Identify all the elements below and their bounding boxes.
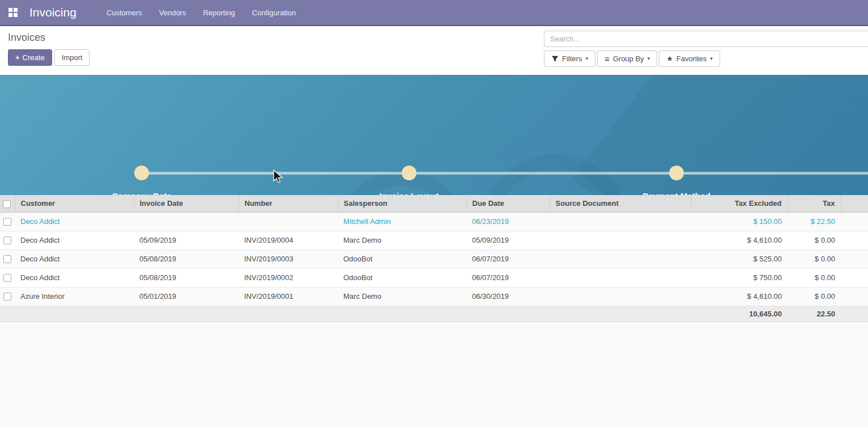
filter-icon: [551, 55, 559, 62]
tax-excluded-total: 10,645.00: [691, 306, 788, 322]
cell-tax[interactable]: $ 0.00: [788, 250, 841, 268]
step-dot: [669, 166, 684, 180]
row-checkbox[interactable]: [3, 293, 11, 301]
step-dot: [402, 166, 416, 180]
table-row[interactable]: Azure Interior05/01/2019INV/2019/0001Mar…: [0, 287, 868, 306]
cell-due-date[interactable]: 06/07/2019: [466, 268, 550, 287]
cell-invoice-date[interactable]: 05/01/2019: [134, 287, 239, 306]
chevron-down-icon: ▾: [648, 54, 650, 63]
cell-number[interactable]: INV/2019/0002: [239, 268, 338, 287]
cell-source-document[interactable]: [550, 231, 691, 250]
cell-number[interactable]: INV/2019/0003: [239, 250, 338, 268]
cell-customer[interactable]: Deco Addict: [15, 212, 134, 231]
table-row[interactable]: Deco AddictMitchell Admin06/23/2019$ 150…: [0, 212, 868, 231]
cell-number[interactable]: [239, 212, 338, 231]
group-by-icon: ≡: [605, 55, 610, 62]
top-navbar: Invoicing Customers Vendors Reporting Co…: [0, 0, 868, 26]
cell-tax-excluded[interactable]: $ 525.00: [691, 250, 788, 268]
step-title: Company Data: [112, 191, 171, 195]
cell-due-date[interactable]: 06/07/2019: [466, 250, 550, 268]
cell-invoice-date[interactable]: 05/08/2019: [134, 268, 239, 287]
table-row[interactable]: Deco Addict05/08/2019INV/2019/0003OdooBo…: [0, 250, 868, 268]
cell-salesperson[interactable]: Mitchell Admin: [338, 212, 466, 231]
apps-grid-icon[interactable]: [5, 4, 22, 21]
row-checkbox[interactable]: [3, 274, 11, 282]
column-header-salesperson[interactable]: Salesperson: [338, 195, 466, 212]
cell-invoice-date[interactable]: 05/08/2019: [134, 250, 239, 268]
step-dot: [134, 166, 149, 180]
cell-due-date[interactable]: 05/09/2019: [466, 231, 550, 250]
cell-customer[interactable]: Deco Addict: [15, 268, 134, 287]
cell-number[interactable]: INV/2019/0001: [239, 287, 338, 306]
cell-source-document[interactable]: [550, 212, 691, 231]
step-title: Payment Method: [643, 191, 710, 195]
cell-tax[interactable]: $ 0.00: [788, 268, 841, 287]
cell-source-document[interactable]: [550, 268, 691, 287]
cell-invoice-date[interactable]: 05/09/2019: [134, 231, 239, 250]
app-name[interactable]: Invoicing: [29, 6, 76, 19]
nav-item-reporting[interactable]: Reporting: [195, 5, 242, 20]
column-header-due-date[interactable]: Due Date: [466, 195, 550, 212]
nav-menu: Customers Vendors Reporting Configuratio…: [99, 5, 303, 20]
step-title: Invoice Layout: [379, 191, 439, 195]
onboarding-banner: Company Data Set your company's data for…: [0, 75, 868, 195]
cell-tax[interactable]: $ 0.00: [788, 287, 841, 306]
nav-item-vendors[interactable]: Vendors: [152, 5, 194, 20]
group-by-button[interactable]: ≡ Group By ▾: [597, 50, 657, 67]
cell-tax-excluded[interactable]: $ 150.00: [691, 212, 788, 231]
control-panel: Invoices +Create Import Filters ▾ ≡ Grou…: [0, 26, 868, 75]
cell-invoice-date[interactable]: [134, 212, 239, 231]
table-header-row: Customer Invoice Date Number Salesperson…: [0, 195, 868, 212]
cell-customer[interactable]: Azure Interior: [15, 287, 134, 306]
column-header-number[interactable]: Number: [239, 195, 338, 212]
cell-due-date[interactable]: 06/23/2019: [466, 212, 550, 231]
cell-salesperson[interactable]: OdooBot: [338, 250, 466, 268]
nav-item-configuration[interactable]: Configuration: [245, 5, 303, 20]
favorites-button[interactable]: ★ Favorites ▾: [659, 50, 720, 67]
cell-tax[interactable]: $ 22.50: [788, 212, 841, 231]
onboarding-step-invoice-layout: Invoice Layout Customize the look of you…: [318, 166, 500, 195]
table-row[interactable]: Deco Addict05/08/2019INV/2019/0002OdooBo…: [0, 268, 868, 287]
row-checkbox[interactable]: [3, 255, 11, 263]
import-button[interactable]: Import: [54, 49, 90, 66]
cell-salesperson[interactable]: Marc Demo: [338, 231, 466, 250]
column-header-tax-excluded[interactable]: Tax Excluded: [691, 195, 788, 212]
cell-customer[interactable]: Deco Addict: [15, 231, 134, 250]
search-input[interactable]: [544, 31, 868, 47]
column-header-source-document[interactable]: Source Document: [550, 195, 691, 212]
plus-icon: +: [15, 53, 20, 62]
chevron-down-icon: ▾: [710, 54, 713, 63]
invoice-list-table: Customer Invoice Date Number Salesperson…: [0, 195, 868, 322]
table-row[interactable]: Deco Addict05/09/2019INV/2019/0004Marc D…: [0, 231, 868, 250]
select-all-checkbox[interactable]: [3, 200, 11, 208]
cell-tax-excluded[interactable]: $ 750.00: [691, 268, 788, 287]
table-footer-row: 10,645.00 22.50: [0, 306, 868, 322]
create-button[interactable]: +Create: [8, 49, 52, 66]
star-icon: ★: [666, 55, 673, 62]
column-header-invoice-date[interactable]: Invoice Date: [134, 195, 239, 212]
cell-tax[interactable]: $ 0.00: [788, 231, 841, 250]
tax-total: 22.50: [788, 306, 841, 322]
row-checkbox[interactable]: [3, 218, 11, 226]
onboarding-step-payment-method: Payment Method Configure your payment me…: [586, 166, 767, 195]
cell-number[interactable]: INV/2019/0004: [239, 231, 338, 250]
column-header-tax[interactable]: Tax: [788, 195, 841, 212]
filters-button[interactable]: Filters ▾: [544, 50, 595, 67]
cell-salesperson[interactable]: Marc Demo: [338, 287, 466, 306]
cell-tax-excluded[interactable]: $ 4,610.00: [691, 231, 788, 250]
cell-tax-excluded[interactable]: $ 4,610.00: [691, 287, 788, 306]
cell-customer[interactable]: Deco Addict: [15, 250, 134, 268]
cell-due-date[interactable]: 06/30/2019: [466, 287, 550, 306]
cell-salesperson[interactable]: OdooBot: [338, 268, 466, 287]
cell-source-document[interactable]: [550, 250, 691, 268]
nav-item-customers[interactable]: Customers: [99, 5, 150, 20]
column-header-customer[interactable]: Customer: [15, 195, 134, 212]
chevron-down-icon: ▾: [585, 54, 588, 63]
cell-source-document[interactable]: [550, 287, 691, 306]
onboarding-step-company-data: Company Data Set your company's data for…: [51, 166, 232, 195]
row-checkbox[interactable]: [3, 236, 11, 244]
